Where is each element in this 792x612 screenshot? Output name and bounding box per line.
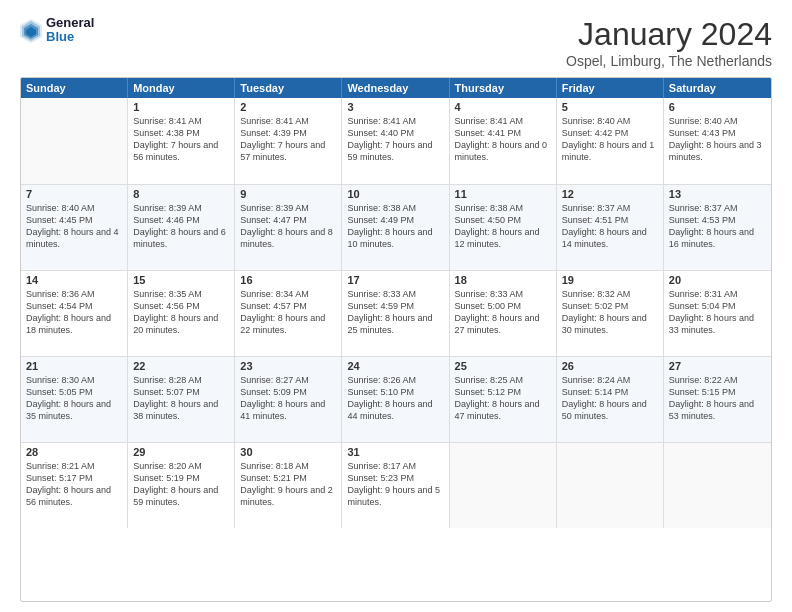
calendar-week: 7Sunrise: 8:40 AMSunset: 4:45 PMDaylight…	[21, 184, 771, 270]
cell-text: Sunrise: 8:39 AMSunset: 4:46 PMDaylight:…	[133, 202, 229, 251]
cell-text: Sunrise: 8:40 AMSunset: 4:45 PMDaylight:…	[26, 202, 122, 251]
weekday-header: Saturday	[664, 78, 771, 98]
day-number: 7	[26, 188, 122, 200]
day-number: 28	[26, 446, 122, 458]
cell-text: Sunrise: 8:35 AMSunset: 4:56 PMDaylight:…	[133, 288, 229, 337]
cell-text: Sunrise: 8:34 AMSunset: 4:57 PMDaylight:…	[240, 288, 336, 337]
cell-text: Sunrise: 8:39 AMSunset: 4:47 PMDaylight:…	[240, 202, 336, 251]
calendar-week: 28Sunrise: 8:21 AMSunset: 5:17 PMDayligh…	[21, 442, 771, 528]
cell-text: Sunrise: 8:41 AMSunset: 4:38 PMDaylight:…	[133, 115, 229, 164]
calendar-cell: 26Sunrise: 8:24 AMSunset: 5:14 PMDayligh…	[557, 357, 664, 442]
cell-text: Sunrise: 8:17 AMSunset: 5:23 PMDaylight:…	[347, 460, 443, 509]
calendar-cell: 1Sunrise: 8:41 AMSunset: 4:38 PMDaylight…	[128, 98, 235, 184]
cell-text: Sunrise: 8:41 AMSunset: 4:39 PMDaylight:…	[240, 115, 336, 164]
day-number: 22	[133, 360, 229, 372]
calendar-cell: 17Sunrise: 8:33 AMSunset: 4:59 PMDayligh…	[342, 271, 449, 356]
cell-text: Sunrise: 8:21 AMSunset: 5:17 PMDaylight:…	[26, 460, 122, 509]
cell-text: Sunrise: 8:36 AMSunset: 4:54 PMDaylight:…	[26, 288, 122, 337]
day-number: 8	[133, 188, 229, 200]
day-number: 29	[133, 446, 229, 458]
calendar-week: 1Sunrise: 8:41 AMSunset: 4:38 PMDaylight…	[21, 98, 771, 184]
logo-icon	[20, 17, 42, 43]
calendar-cell: 16Sunrise: 8:34 AMSunset: 4:57 PMDayligh…	[235, 271, 342, 356]
cell-text: Sunrise: 8:30 AMSunset: 5:05 PMDaylight:…	[26, 374, 122, 423]
day-number: 20	[669, 274, 766, 286]
cell-text: Sunrise: 8:26 AMSunset: 5:10 PMDaylight:…	[347, 374, 443, 423]
calendar-cell: 21Sunrise: 8:30 AMSunset: 5:05 PMDayligh…	[21, 357, 128, 442]
cell-text: Sunrise: 8:40 AMSunset: 4:43 PMDaylight:…	[669, 115, 766, 164]
weekday-header: Friday	[557, 78, 664, 98]
day-number: 18	[455, 274, 551, 286]
day-number: 14	[26, 274, 122, 286]
title-location: Ospel, Limburg, The Netherlands	[566, 53, 772, 69]
logo-line1: General	[46, 16, 94, 30]
calendar-cell: 23Sunrise: 8:27 AMSunset: 5:09 PMDayligh…	[235, 357, 342, 442]
calendar-header: SundayMondayTuesdayWednesdayThursdayFrid…	[21, 78, 771, 98]
logo: General Blue	[20, 16, 94, 45]
calendar-cell: 18Sunrise: 8:33 AMSunset: 5:00 PMDayligh…	[450, 271, 557, 356]
calendar-cell: 5Sunrise: 8:40 AMSunset: 4:42 PMDaylight…	[557, 98, 664, 184]
cell-text: Sunrise: 8:27 AMSunset: 5:09 PMDaylight:…	[240, 374, 336, 423]
day-number: 26	[562, 360, 658, 372]
page: General Blue January 2024 Ospel, Limburg…	[0, 0, 792, 612]
calendar-cell	[450, 443, 557, 528]
calendar-cell: 3Sunrise: 8:41 AMSunset: 4:40 PMDaylight…	[342, 98, 449, 184]
logo-line2: Blue	[46, 30, 94, 44]
calendar-cell: 12Sunrise: 8:37 AMSunset: 4:51 PMDayligh…	[557, 185, 664, 270]
calendar-cell: 27Sunrise: 8:22 AMSunset: 5:15 PMDayligh…	[664, 357, 771, 442]
calendar-cell	[21, 98, 128, 184]
calendar-cell: 13Sunrise: 8:37 AMSunset: 4:53 PMDayligh…	[664, 185, 771, 270]
calendar-cell: 25Sunrise: 8:25 AMSunset: 5:12 PMDayligh…	[450, 357, 557, 442]
calendar-cell: 8Sunrise: 8:39 AMSunset: 4:46 PMDaylight…	[128, 185, 235, 270]
day-number: 30	[240, 446, 336, 458]
day-number: 3	[347, 101, 443, 113]
day-number: 31	[347, 446, 443, 458]
calendar-cell: 19Sunrise: 8:32 AMSunset: 5:02 PMDayligh…	[557, 271, 664, 356]
calendar-cell: 24Sunrise: 8:26 AMSunset: 5:10 PMDayligh…	[342, 357, 449, 442]
day-number: 2	[240, 101, 336, 113]
calendar-cell: 28Sunrise: 8:21 AMSunset: 5:17 PMDayligh…	[21, 443, 128, 528]
cell-text: Sunrise: 8:37 AMSunset: 4:53 PMDaylight:…	[669, 202, 766, 251]
cell-text: Sunrise: 8:33 AMSunset: 4:59 PMDaylight:…	[347, 288, 443, 337]
weekday-header: Thursday	[450, 78, 557, 98]
calendar-cell: 6Sunrise: 8:40 AMSunset: 4:43 PMDaylight…	[664, 98, 771, 184]
cell-text: Sunrise: 8:24 AMSunset: 5:14 PMDaylight:…	[562, 374, 658, 423]
cell-text: Sunrise: 8:20 AMSunset: 5:19 PMDaylight:…	[133, 460, 229, 509]
title-block: January 2024 Ospel, Limburg, The Netherl…	[566, 16, 772, 69]
day-number: 5	[562, 101, 658, 113]
day-number: 13	[669, 188, 766, 200]
cell-text: Sunrise: 8:18 AMSunset: 5:21 PMDaylight:…	[240, 460, 336, 509]
day-number: 21	[26, 360, 122, 372]
day-number: 24	[347, 360, 443, 372]
calendar: SundayMondayTuesdayWednesdayThursdayFrid…	[20, 77, 772, 602]
day-number: 16	[240, 274, 336, 286]
cell-text: Sunrise: 8:33 AMSunset: 5:00 PMDaylight:…	[455, 288, 551, 337]
title-month: January 2024	[566, 16, 772, 53]
day-number: 4	[455, 101, 551, 113]
calendar-cell: 7Sunrise: 8:40 AMSunset: 4:45 PMDaylight…	[21, 185, 128, 270]
calendar-cell: 4Sunrise: 8:41 AMSunset: 4:41 PMDaylight…	[450, 98, 557, 184]
calendar-week: 21Sunrise: 8:30 AMSunset: 5:05 PMDayligh…	[21, 356, 771, 442]
cell-text: Sunrise: 8:41 AMSunset: 4:41 PMDaylight:…	[455, 115, 551, 164]
day-number: 15	[133, 274, 229, 286]
day-number: 23	[240, 360, 336, 372]
calendar-cell: 2Sunrise: 8:41 AMSunset: 4:39 PMDaylight…	[235, 98, 342, 184]
calendar-cell: 30Sunrise: 8:18 AMSunset: 5:21 PMDayligh…	[235, 443, 342, 528]
calendar-cell: 14Sunrise: 8:36 AMSunset: 4:54 PMDayligh…	[21, 271, 128, 356]
cell-text: Sunrise: 8:41 AMSunset: 4:40 PMDaylight:…	[347, 115, 443, 164]
day-number: 9	[240, 188, 336, 200]
weekday-header: Sunday	[21, 78, 128, 98]
calendar-body: 1Sunrise: 8:41 AMSunset: 4:38 PMDaylight…	[21, 98, 771, 528]
calendar-cell: 31Sunrise: 8:17 AMSunset: 5:23 PMDayligh…	[342, 443, 449, 528]
calendar-cell	[557, 443, 664, 528]
cell-text: Sunrise: 8:38 AMSunset: 4:50 PMDaylight:…	[455, 202, 551, 251]
day-number: 6	[669, 101, 766, 113]
header: General Blue January 2024 Ospel, Limburg…	[20, 16, 772, 69]
weekday-header: Tuesday	[235, 78, 342, 98]
calendar-cell: 20Sunrise: 8:31 AMSunset: 5:04 PMDayligh…	[664, 271, 771, 356]
day-number: 1	[133, 101, 229, 113]
calendar-cell: 11Sunrise: 8:38 AMSunset: 4:50 PMDayligh…	[450, 185, 557, 270]
calendar-cell: 29Sunrise: 8:20 AMSunset: 5:19 PMDayligh…	[128, 443, 235, 528]
cell-text: Sunrise: 8:31 AMSunset: 5:04 PMDaylight:…	[669, 288, 766, 337]
day-number: 17	[347, 274, 443, 286]
